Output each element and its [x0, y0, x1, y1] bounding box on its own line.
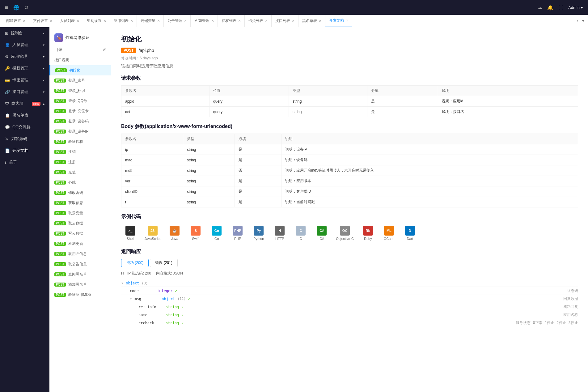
resp-tab-error[interactable]: 错误 (201)	[150, 259, 177, 267]
doc-menu-初始化[interactable]: POST 初始化	[49, 65, 111, 75]
doc-menu-验证授权[interactable]: POST 验证授权	[49, 137, 111, 147]
tab-应用列表[interactable]: 应用列表✕	[110, 15, 137, 27]
doc-menu-心跳[interactable]: POST 心跳	[49, 177, 111, 188]
tab-MD5管理[interactable]: MD5管理✕	[191, 15, 218, 27]
tab-close-授权列表[interactable]: ✕	[238, 19, 241, 23]
doc-menu-添加黑名单[interactable]: POST 添加黑名单	[49, 279, 111, 290]
lang-item-Swift[interactable]: SSwift	[186, 224, 205, 242]
response-title: 返回响应	[121, 249, 578, 255]
doc-menu-登录设备IP[interactable]: POST 登录_设备IP	[49, 126, 111, 137]
dart-icon: D	[405, 226, 415, 236]
sidebar-item-关于[interactable]: ℹ 关于	[0, 156, 49, 168]
doc-menu-取云变量[interactable]: POST 取云变量	[49, 208, 111, 218]
chevron-icon-卡密管理: ▾	[43, 79, 44, 82]
lang-item-OCaml[interactable]: MLOCaml	[380, 224, 398, 242]
lang-item-Go[interactable]: GoGo	[207, 224, 226, 242]
expand-icon-object[interactable]: ▾	[121, 281, 123, 285]
table-row: appidquerystring是说明：应用id	[121, 96, 578, 107]
tab-close-卡类列表[interactable]: ✕	[265, 19, 268, 23]
tab-组别设置[interactable]: 组别设置✕	[83, 15, 110, 27]
tab-close-云端变量[interactable]: ✕	[157, 19, 160, 23]
tab-授权列表[interactable]: 授权列表✕	[218, 15, 245, 27]
doc-menu-登录账号[interactable]: POST 登录_账号	[49, 75, 111, 86]
tab-close-黑名单表[interactable]: ✕	[319, 19, 321, 23]
lang-item-Dart[interactable]: DDart	[401, 224, 419, 242]
lang-item-C[interactable]: CC	[291, 224, 310, 242]
tab-黑名单表[interactable]: 黑名单表✕	[298, 15, 325, 27]
doc-menu-登录设备码[interactable]: POST 登录_设备码	[49, 116, 111, 126]
tab-close-组别设置[interactable]: ✕	[104, 19, 106, 23]
tab-卡类列表[interactable]: 卡类列表✕	[245, 15, 272, 27]
doc-menu-获取信息[interactable]: POST 获取信息	[49, 198, 111, 208]
doc-menu-登录QQ号[interactable]: POST 登录_QQ号	[49, 96, 111, 106]
doc-menu-验证应用MD5[interactable]: POST 验证应用MD5	[49, 290, 111, 300]
lang-item-Ruby[interactable]: RbRuby	[359, 224, 377, 242]
refresh-icon[interactable]: ↺	[24, 5, 28, 11]
doc-menu-取公告信息[interactable]: POST 取公告信息	[49, 259, 111, 269]
lang-item-Java[interactable]: ☕Java	[165, 224, 184, 242]
lang-item-PHP[interactable]: PHPPHP	[228, 224, 247, 242]
sidebar-item-防火墙[interactable]: 🛡 防火墙 new ▴	[0, 98, 49, 109]
doc-menu-取用户信息[interactable]: POST 取用户信息	[49, 249, 111, 259]
sidebar-item-接口管理[interactable]: 🔗 接口管理 ▾	[0, 86, 49, 98]
globe-icon[interactable]: 🌐	[13, 5, 19, 11]
tab-接口列表[interactable]: 接口列表✕	[272, 15, 298, 27]
bell-icon[interactable]: 🔔	[547, 5, 553, 11]
sidebar-item-QQ交流群[interactable]: 💬 QQ交流群	[0, 121, 49, 133]
qq-icon: 💬	[5, 125, 10, 130]
tab-close-接口列表[interactable]: ✕	[292, 19, 294, 23]
doc-menu-登录充值卡[interactable]: POST 登录_充值卡	[49, 106, 111, 116]
lang-item-C#[interactable]: C#C#	[312, 224, 331, 242]
link-icon: 🔗	[5, 90, 10, 94]
tab-close-MD5管理[interactable]: ✕	[211, 19, 214, 23]
sidebar-item-黑名单表[interactable]: 📋 黑名单表	[0, 109, 49, 121]
tab-close-应用列表[interactable]: ✕	[130, 19, 133, 23]
cloud-icon[interactable]: ☁	[537, 5, 542, 11]
tab-nav-chevron[interactable]: ▾	[581, 17, 586, 24]
tab-close-邮箱设置[interactable]: ✕	[23, 19, 25, 23]
tab-开发文档[interactable]: 开发文档✕	[325, 15, 352, 27]
lang-item-Objective-C[interactable]: OCObjective-C	[333, 224, 356, 242]
tab-close-支付设置[interactable]: ✕	[50, 19, 52, 23]
tab-邮箱设置[interactable]: 邮箱设置✕	[2, 15, 29, 27]
tab-人员列表[interactable]: 人员列表✕	[56, 15, 83, 27]
doc-menu-写云数据[interactable]: POST 写云数据	[49, 228, 111, 239]
doc-menu-注销[interactable]: POST 注销	[49, 147, 111, 157]
refresh-small-icon[interactable]: ↺	[103, 48, 106, 52]
tab-close-人员列表[interactable]: ✕	[77, 19, 79, 23]
lang-item-JavaScript[interactable]: JSJavaScript	[142, 224, 163, 242]
tab-close-开发文档[interactable]: ✕	[346, 19, 348, 22]
tab-云端变量[interactable]: 云端变量✕	[137, 15, 164, 27]
doc-menu-充值[interactable]: POST 充值	[49, 167, 111, 177]
resp-row-name: name string ✓ 应用名称	[121, 311, 578, 319]
tab-close-公告管理[interactable]: ✕	[184, 19, 187, 23]
lang-label: PHP	[234, 237, 241, 241]
lang-more-button[interactable]: ⋮	[422, 227, 432, 239]
lang-item-Shell[interactable]: >_Shell	[121, 224, 140, 242]
expand-icon[interactable]: ⛶	[558, 5, 563, 10]
doc-menu-登录标识[interactable]: POST 登录_标识	[49, 86, 111, 96]
expand-icon-msg[interactable]: ▾	[130, 297, 132, 301]
sidebar-item-开发文档[interactable]: 📄 开发文档	[0, 145, 49, 156]
doc-menu-接口说明[interactable]: 接口说明	[49, 55, 111, 65]
sidebar-item-应用管理[interactable]: ⚙ 应用管理 ▾	[0, 51, 49, 62]
sidebar-item-刀客源码[interactable]: ⚔ 刀客源码	[0, 133, 49, 145]
sidebar-item-人员管理[interactable]: 👤 人员管理 ▾	[0, 39, 49, 51]
sidebar-item-授权管理[interactable]: 🔑 授权管理 ▾	[0, 62, 49, 74]
lang-item-HTTP[interactable]: HHTTP	[270, 224, 289, 242]
tab-公告管理[interactable]: 公告管理✕	[164, 15, 191, 27]
doc-menu-查阅黑名单[interactable]: POST 查阅黑名单	[49, 269, 111, 279]
lang-item-Python[interactable]: PyPython	[249, 224, 268, 242]
sidebar-item-控制台[interactable]: ⊞ 控制台 ▾	[0, 27, 49, 39]
doc-menu-修改密码[interactable]: POST 修改密码	[49, 188, 111, 198]
code-langs: >_ShellJSJavaScript☕JavaSSwiftGoGoPHPPHP…	[121, 224, 578, 242]
tab-支付设置[interactable]: 支付设置✕	[29, 15, 56, 27]
menu-icon[interactable]: ≡	[5, 4, 8, 11]
resp-tab-success[interactable]: 成功 (200)	[121, 259, 149, 267]
sidebar-item-卡密管理[interactable]: 💳 卡密管理 ▾	[0, 74, 49, 86]
tab-nav-prev[interactable]: ›	[576, 17, 580, 24]
doc-menu-取云数据[interactable]: POST 取云数据	[49, 218, 111, 228]
doc-menu-检测更新[interactable]: POST 检测更新	[49, 239, 111, 249]
doc-menu-注册[interactable]: POST 注册	[49, 157, 111, 167]
admin-button[interactable]: Admin ▾	[568, 5, 583, 10]
